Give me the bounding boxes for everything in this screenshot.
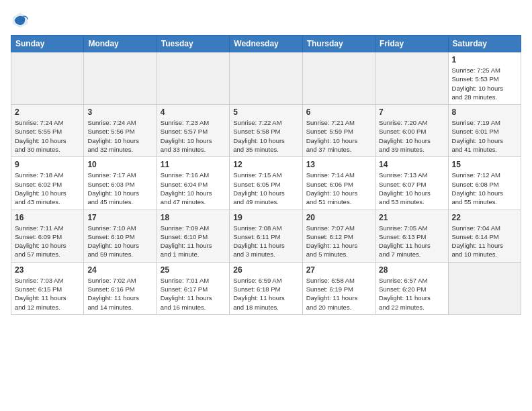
calendar-table: SundayMondayTuesdayWednesdayThursdayFrid… [11,35,521,315]
weekday-header-sunday: Sunday [11,36,84,52]
day-info: Sunrise: 7:24 AM Sunset: 5:55 PM Dayligh… [15,118,80,154]
day-number: 2 [15,107,80,117]
calendar-cell: 3Sunrise: 7:24 AM Sunset: 5:56 PM Daylig… [84,105,157,157]
day-number: 25 [161,265,226,275]
calendar-cell: 11Sunrise: 7:16 AM Sunset: 6:04 PM Dayli… [157,157,229,210]
calendar-cell [302,52,375,105]
day-number: 6 [306,107,371,117]
calendar-cell: 25Sunrise: 7:01 AM Sunset: 6:17 PM Dayli… [157,262,229,314]
calendar-cell: 2Sunrise: 7:24 AM Sunset: 5:55 PM Daylig… [11,105,84,157]
day-info: Sunrise: 7:22 AM Sunset: 5:58 PM Dayligh… [233,118,298,154]
day-number: 21 [379,213,444,222]
calendar-cell: 12Sunrise: 7:15 AM Sunset: 6:05 PM Dayli… [230,157,302,210]
day-number: 7 [379,107,444,117]
calendar-cell: 4Sunrise: 7:23 AM Sunset: 5:57 PM Daylig… [157,105,229,157]
weekday-header-monday: Monday [84,36,157,52]
calendar-cell: 8Sunrise: 7:19 AM Sunset: 6:01 PM Daylig… [448,105,521,157]
calendar-cell: 24Sunrise: 7:02 AM Sunset: 6:16 PM Dayli… [84,262,157,314]
calendar-cell: 5Sunrise: 7:22 AM Sunset: 5:58 PM Daylig… [230,105,302,157]
calendar-week-5: 23Sunrise: 7:03 AM Sunset: 6:15 PM Dayli… [11,262,521,314]
calendar-cell [448,262,521,314]
calendar-cell [84,52,157,105]
day-number: 23 [15,265,80,275]
weekday-header-tuesday: Tuesday [157,36,229,52]
day-number: 19 [233,213,298,222]
calendar-cell: 18Sunrise: 7:09 AM Sunset: 6:10 PM Dayli… [157,210,229,262]
logo-icon [11,11,30,30]
calendar-cell: 16Sunrise: 7:11 AM Sunset: 6:09 PM Dayli… [11,210,84,262]
weekday-header-friday: Friday [375,36,448,52]
calendar-cell: 7Sunrise: 7:20 AM Sunset: 6:00 PM Daylig… [375,105,448,157]
day-number: 10 [87,160,152,169]
day-number: 14 [379,160,444,169]
calendar-cell [11,52,84,105]
day-info: Sunrise: 7:01 AM Sunset: 6:17 PM Dayligh… [161,276,226,312]
day-info: Sunrise: 7:16 AM Sunset: 6:04 PM Dayligh… [161,171,226,206]
day-info: Sunrise: 6:58 AM Sunset: 6:19 PM Dayligh… [306,276,371,312]
calendar-week-4: 16Sunrise: 7:11 AM Sunset: 6:09 PM Dayli… [11,210,521,262]
weekday-header-thursday: Thursday [302,36,375,52]
calendar-cell: 23Sunrise: 7:03 AM Sunset: 6:15 PM Dayli… [11,262,84,314]
day-info: Sunrise: 7:25 AM Sunset: 5:53 PM Dayligh… [452,66,517,101]
day-info: Sunrise: 7:08 AM Sunset: 6:11 PM Dayligh… [233,224,298,259]
day-info: Sunrise: 7:23 AM Sunset: 5:57 PM Dayligh… [161,118,226,154]
day-info: Sunrise: 6:59 AM Sunset: 6:18 PM Dayligh… [233,276,298,312]
day-info: Sunrise: 7:12 AM Sunset: 6:08 PM Dayligh… [452,171,517,206]
calendar-cell: 15Sunrise: 7:12 AM Sunset: 6:08 PM Dayli… [448,157,521,210]
day-number: 15 [452,160,517,169]
day-number: 16 [15,213,80,222]
day-info: Sunrise: 7:11 AM Sunset: 6:09 PM Dayligh… [15,224,80,259]
calendar-cell: 20Sunrise: 7:07 AM Sunset: 6:12 PM Dayli… [302,210,375,262]
calendar-cell: 9Sunrise: 7:18 AM Sunset: 6:02 PM Daylig… [11,157,84,210]
day-number: 18 [161,213,226,222]
day-info: Sunrise: 7:14 AM Sunset: 6:06 PM Dayligh… [306,171,371,206]
day-info: Sunrise: 7:07 AM Sunset: 6:12 PM Dayligh… [306,224,371,259]
day-info: Sunrise: 7:21 AM Sunset: 5:59 PM Dayligh… [306,118,371,154]
day-info: Sunrise: 7:20 AM Sunset: 6:00 PM Dayligh… [379,118,444,154]
day-info: Sunrise: 7:05 AM Sunset: 6:13 PM Dayligh… [379,224,444,259]
day-number: 24 [87,265,152,275]
day-info: Sunrise: 7:17 AM Sunset: 6:03 PM Dayligh… [87,171,152,206]
day-info: Sunrise: 7:04 AM Sunset: 6:14 PM Dayligh… [452,224,517,259]
calendar-cell: 13Sunrise: 7:14 AM Sunset: 6:06 PM Dayli… [302,157,375,210]
day-info: Sunrise: 7:24 AM Sunset: 5:56 PM Dayligh… [87,118,152,154]
day-info: Sunrise: 7:19 AM Sunset: 6:01 PM Dayligh… [452,118,517,154]
calendar-cell: 10Sunrise: 7:17 AM Sunset: 6:03 PM Dayli… [84,157,157,210]
calendar-cell: 6Sunrise: 7:21 AM Sunset: 5:59 PM Daylig… [302,105,375,157]
day-number: 13 [306,160,371,169]
calendar-cell [157,52,229,105]
day-number: 12 [233,160,298,169]
calendar-cell: 22Sunrise: 7:04 AM Sunset: 6:14 PM Dayli… [448,210,521,262]
day-info: Sunrise: 7:09 AM Sunset: 6:10 PM Dayligh… [161,224,226,259]
calendar-cell: 26Sunrise: 6:59 AM Sunset: 6:18 PM Dayli… [230,262,302,314]
day-info: Sunrise: 6:57 AM Sunset: 6:20 PM Dayligh… [379,276,444,312]
calendar-cell: 14Sunrise: 7:13 AM Sunset: 6:07 PM Dayli… [375,157,448,210]
day-number: 11 [161,160,226,169]
day-number: 26 [233,265,298,275]
day-number: 27 [306,265,371,275]
calendar-cell [375,52,448,105]
day-info: Sunrise: 7:03 AM Sunset: 6:15 PM Dayligh… [15,276,80,312]
calendar-cell [230,52,302,105]
weekday-header-row: SundayMondayTuesdayWednesdayThursdayFrid… [11,36,521,52]
day-info: Sunrise: 7:10 AM Sunset: 6:10 PM Dayligh… [87,224,152,259]
calendar-cell: 1Sunrise: 7:25 AM Sunset: 5:53 PM Daylig… [448,52,521,105]
weekday-header-wednesday: Wednesday [230,36,302,52]
day-info: Sunrise: 7:18 AM Sunset: 6:02 PM Dayligh… [15,171,80,206]
day-number: 4 [161,107,226,117]
calendar-week-1: 1Sunrise: 7:25 AM Sunset: 5:53 PM Daylig… [11,52,521,105]
weekday-header-saturday: Saturday [448,36,521,52]
day-number: 17 [87,213,152,222]
day-number: 5 [233,107,298,117]
day-number: 9 [15,160,80,169]
day-number: 28 [379,265,444,275]
calendar-cell: 17Sunrise: 7:10 AM Sunset: 6:10 PM Dayli… [84,210,157,262]
day-info: Sunrise: 7:13 AM Sunset: 6:07 PM Dayligh… [379,171,444,206]
calendar-cell: 19Sunrise: 7:08 AM Sunset: 6:11 PM Dayli… [230,210,302,262]
day-info: Sunrise: 7:02 AM Sunset: 6:16 PM Dayligh… [87,276,152,312]
calendar-week-2: 2Sunrise: 7:24 AM Sunset: 5:55 PM Daylig… [11,105,521,157]
day-number: 1 [452,55,517,64]
calendar-week-3: 9Sunrise: 7:18 AM Sunset: 6:02 PM Daylig… [11,157,521,210]
logo [11,11,32,30]
calendar-cell: 28Sunrise: 6:57 AM Sunset: 6:20 PM Dayli… [375,262,448,314]
